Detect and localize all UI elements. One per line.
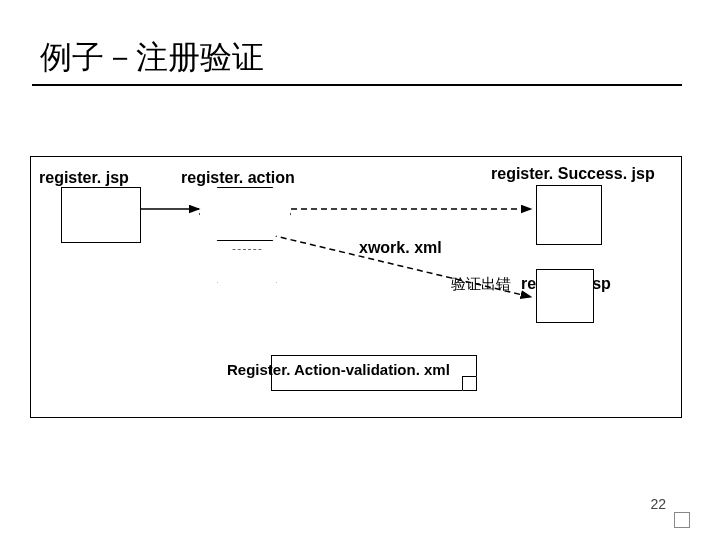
- shape-register-success: [536, 185, 602, 245]
- label-register-jsp-left: register. jsp: [39, 169, 129, 187]
- label-validation-doc: Register. Action-validation. xml: [227, 361, 450, 378]
- slide-title: 例子－注册验证: [40, 36, 264, 80]
- shape-register-jsp-right: [536, 269, 594, 323]
- page-number: 22: [650, 496, 666, 512]
- label-validation-error: 验证出错: [451, 275, 511, 294]
- label-register-action: register. action: [181, 169, 295, 187]
- corner-mark-icon: [674, 512, 690, 528]
- shape-register-jsp-left: [61, 187, 141, 243]
- label-register-success: register. Success. jsp: [491, 165, 655, 183]
- diagram-container: register. jsp register. action register.…: [30, 156, 682, 418]
- label-xwork-xml: xwork. xml: [359, 239, 442, 257]
- title-underline: [32, 84, 682, 86]
- shape-down-arrow: [217, 249, 277, 309]
- shape-register-action: [199, 187, 291, 241]
